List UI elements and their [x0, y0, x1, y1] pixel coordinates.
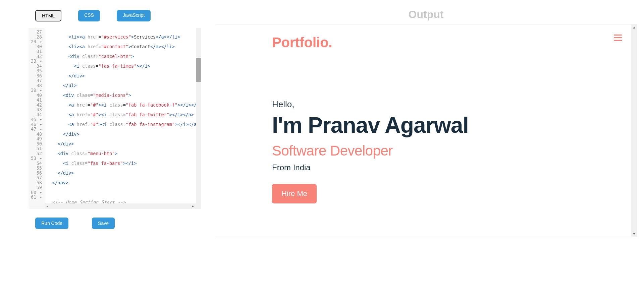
output-preview: Portfolio. Hello, I'm Pranav Agarwal Sof…: [215, 24, 637, 237]
hero-name: I'm Pranav Agarwal: [272, 112, 580, 138]
hire-me-button[interactable]: Hire Me: [272, 184, 317, 203]
scroll-left-arrow[interactable]: ◄: [45, 203, 50, 209]
editor-vertical-scrollbar[interactable]: [196, 28, 201, 209]
portfolio-logo: Portfolio.: [272, 35, 580, 51]
scroll-up-arrow[interactable]: ▲: [631, 24, 637, 30]
save-button[interactable]: Save: [92, 218, 115, 229]
editor-tabs: HTML CSS JavaScript: [29, 10, 201, 21]
scrollbar-thumb[interactable]: [196, 58, 201, 82]
output-vertical-scrollbar[interactable]: ▲ ▼: [631, 24, 637, 237]
editor-gutter: 272829 ▾30313233 ▾343536373839 ▾40414243…: [29, 28, 45, 209]
hero-greeting: Hello,: [272, 99, 580, 110]
tab-javascript[interactable]: JavaScript: [117, 10, 151, 21]
scroll-down-arrow[interactable]: ▼: [631, 231, 637, 237]
editor-horizontal-scrollbar[interactable]: ◄ ►: [45, 203, 196, 209]
output-label: Output: [215, 8, 637, 21]
code-content[interactable]: <li><a href="#services">Services</a></li…: [45, 28, 201, 209]
hamburger-menu-icon[interactable]: [614, 35, 622, 41]
tab-css[interactable]: CSS: [78, 10, 100, 21]
scroll-right-arrow[interactable]: ►: [191, 203, 196, 209]
hero-location: From India: [272, 163, 580, 172]
run-code-button[interactable]: Run Code: [35, 218, 68, 229]
hero-role: Software Developer: [272, 143, 580, 159]
tab-html[interactable]: HTML: [35, 10, 61, 21]
code-editor[interactable]: 272829 ▾30313233 ▾343536373839 ▾40414243…: [29, 28, 201, 209]
action-buttons: Run Code Save: [29, 218, 201, 229]
